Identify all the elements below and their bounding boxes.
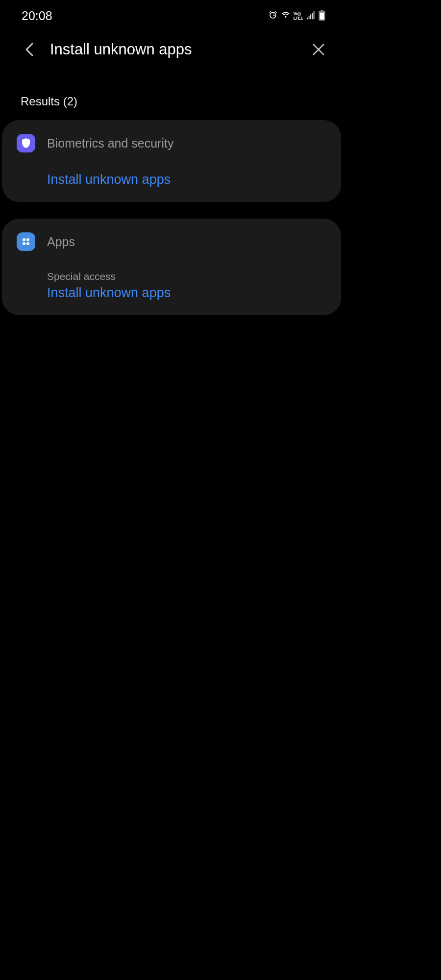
close-button[interactable] <box>309 40 328 59</box>
alarm-icon <box>268 10 278 22</box>
wifi-icon <box>281 10 291 22</box>
battery-icon <box>318 10 325 23</box>
result-category: Biometrics and security <box>47 136 173 151</box>
results-count: Results (2) <box>0 69 343 120</box>
svg-rect-0 <box>320 12 324 19</box>
close-icon <box>312 43 325 56</box>
status-bar: 20:08 Vo))LTE1 <box>0 0 343 28</box>
chevron-left-icon <box>25 42 34 57</box>
svg-point-1 <box>23 238 25 241</box>
result-card[interactable]: Biometrics and security Install unknown … <box>2 120 341 202</box>
header: Install unknown apps <box>0 28 343 69</box>
page-title: Install unknown apps <box>50 41 309 58</box>
result-link[interactable]: Install unknown apps <box>47 172 326 187</box>
shield-icon <box>17 134 35 152</box>
svg-point-3 <box>23 242 25 245</box>
signal-icon <box>306 10 316 22</box>
apps-icon <box>17 232 35 251</box>
result-card[interactable]: Apps Special access Install unknown apps <box>2 219 341 315</box>
volte-icon: Vo))LTE1 <box>294 12 303 21</box>
svg-point-4 <box>26 242 29 245</box>
svg-point-2 <box>26 238 29 241</box>
status-time: 20:08 <box>22 9 52 23</box>
result-subcategory: Special access <box>47 271 326 282</box>
result-category: Apps <box>47 235 75 249</box>
back-button[interactable] <box>20 40 39 59</box>
status-icons: Vo))LTE1 <box>268 10 325 23</box>
result-link[interactable]: Install unknown apps <box>47 285 326 301</box>
